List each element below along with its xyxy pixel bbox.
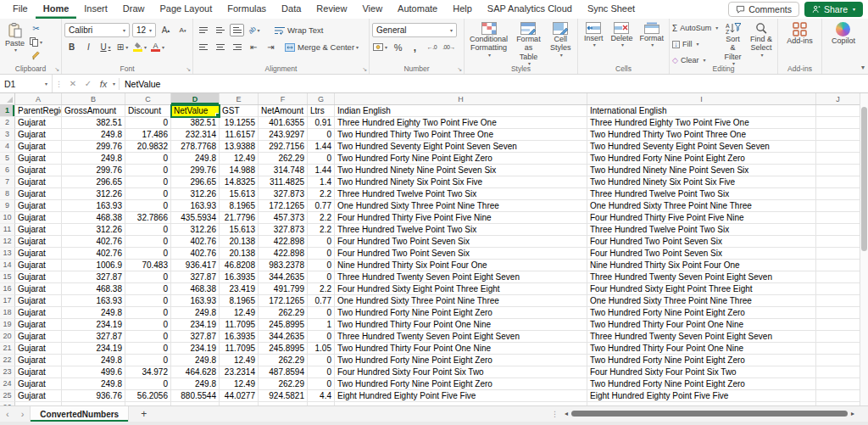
insert-cells-button[interactable]: Insert▾ (581, 21, 606, 63)
cell-E5[interactable]: 12.49 (220, 153, 259, 165)
cell-F22[interactable]: 262.29 (259, 355, 308, 366)
cell-E16[interactable]: 23.419 (220, 283, 259, 295)
cell-A13[interactable]: Gujarat (15, 248, 62, 260)
cell-G9[interactable]: 0.77 (308, 200, 335, 212)
cell-A4[interactable]: Gujarat (15, 141, 62, 153)
cell-G1[interactable]: Ltrs (308, 105, 335, 117)
collapse-ribbon-icon[interactable]: ▾ (861, 64, 865, 71)
row-header-16[interactable]: 16 (0, 283, 15, 295)
cell-I6[interactable]: Two Hundred Ninety Nine Point Seven Six (587, 165, 816, 176)
cell-B9[interactable]: 163.93 (62, 200, 125, 212)
align-center-button[interactable] (213, 41, 227, 53)
vertical-scrollbar-thumb[interactable] (861, 107, 867, 251)
cell-styles-button[interactable]: Cell Styles▾ (547, 21, 575, 67)
cell-H15[interactable]: Three Hundred Twenty Seven Point Eight S… (335, 271, 587, 283)
row-header-10[interactable]: 10 (0, 212, 15, 224)
cell-I11[interactable]: Three Hundred Twelve Point Two Six (587, 224, 816, 236)
cell-A24[interactable]: Gujarat (15, 378, 62, 390)
bold-button[interactable]: B (64, 41, 79, 53)
cell-I15[interactable]: Three Hundred Twenty Seven Point Eight S… (587, 271, 816, 283)
cell-E22[interactable]: 12.49 (220, 355, 259, 366)
cell-C19[interactable]: 0 (125, 319, 171, 331)
menu-tab-automate[interactable]: Automate (390, 0, 445, 19)
fill-button[interactable]: ↓Fill▾ (672, 38, 718, 50)
column-header-I[interactable]: I (587, 93, 816, 104)
cell-H13[interactable]: Four Hundred Two Point Seven Six (335, 248, 587, 260)
cell-B13[interactable]: 402.76 (62, 248, 125, 260)
cell-D22[interactable]: 249.8 (171, 355, 220, 366)
column-header-J[interactable]: J (816, 93, 860, 104)
cell-D8[interactable]: 312.26 (171, 188, 220, 200)
cell-B2[interactable]: 382.51 (62, 117, 125, 129)
cell-C10[interactable]: 32.7866 (125, 212, 171, 224)
cell-J10[interactable] (816, 212, 860, 224)
cell-E20[interactable]: 16.3935 (220, 331, 259, 343)
cell-F4[interactable]: 292.7156 (259, 141, 308, 153)
row-header-2[interactable]: 2 (0, 117, 15, 129)
select-all-corner[interactable] (0, 93, 15, 104)
cell-J6[interactable] (816, 165, 860, 176)
sheet-tab-convertednumbers[interactable]: ConvertedNumbers (30, 406, 129, 422)
horizontal-scrollbar[interactable]: ⋮ ◂ ▸ (551, 410, 856, 417)
fill-color-button[interactable]: ▾ (132, 41, 147, 53)
cell-B16[interactable]: 468.38 (62, 283, 125, 295)
row-header-4[interactable]: 4 (0, 141, 15, 153)
scroll-left-icon[interactable]: ◂ (563, 410, 570, 417)
cell-J15[interactable] (816, 271, 860, 283)
cell-J12[interactable] (816, 236, 860, 248)
cell-D3[interactable]: 232.314 (171, 129, 220, 141)
row-header-14[interactable]: 14 (0, 260, 15, 271)
cell-F18[interactable]: 262.29 (259, 307, 308, 319)
cell-C23[interactable]: 34.972 (125, 366, 171, 378)
formula-content[interactable]: NetValue (123, 79, 160, 89)
cell-J8[interactable] (816, 188, 860, 200)
cell-I19[interactable]: Two Hundred Thirty Four Point One Nine (587, 319, 816, 331)
row-header-5[interactable]: 5 (0, 153, 15, 165)
cell-A11[interactable]: Gujarat (15, 224, 62, 236)
sort-filter-button[interactable]: AZ Sort & Filter▾ (720, 21, 746, 67)
column-header-E[interactable]: E (220, 93, 259, 104)
alignment-dialog-launcher[interactable]: ↘ (362, 66, 367, 73)
cell-E3[interactable]: 11.6157 (220, 129, 259, 141)
underline-button[interactable]: U▾ (98, 41, 113, 53)
cell-J13[interactable] (816, 248, 860, 260)
cell-I12[interactable]: Four Hundred Two Point Seven Six (587, 236, 816, 248)
cell-J18[interactable] (816, 307, 860, 319)
cell-B12[interactable]: 402.76 (62, 236, 125, 248)
cell-H17[interactable]: One Hundred Sixty Three Point Nine Three (335, 295, 587, 307)
cell-G17[interactable]: 0.77 (308, 295, 335, 307)
cell-A3[interactable]: Gujarat (15, 129, 62, 141)
cell-I17[interactable]: One Hundred Sixty Three Point Nine Three (587, 295, 816, 307)
copy-button[interactable]: ▾ (29, 36, 43, 48)
cell-C4[interactable]: 20.9832 (125, 141, 171, 153)
cell-C24[interactable]: 0 (125, 378, 171, 390)
cell-G23[interactable]: 0 (308, 366, 335, 378)
cell-J11[interactable] (816, 224, 860, 236)
cell-H19[interactable]: Two Hundred Thirty Four Point One Nine (335, 319, 587, 331)
cell-H18[interactable]: Two Hundred Forty Nine Point Eight Zero (335, 307, 587, 319)
cell-I22[interactable]: Two Hundred Forty Nine Point Eight Zero (587, 355, 816, 366)
cell-F14[interactable]: 983.2378 (259, 260, 308, 271)
cell-I7[interactable]: Two Hundred Ninety Six Point Six Five (587, 176, 816, 188)
cell-D6[interactable]: 299.76 (171, 165, 220, 176)
cell-E13[interactable]: 20.138 (220, 248, 259, 260)
align-right-button[interactable] (230, 41, 244, 53)
cell-I20[interactable]: Three Hundred Twenty Seven Point Eight S… (587, 331, 816, 343)
cell-G10[interactable]: 2.2 (308, 212, 335, 224)
cell-B8[interactable]: 312.26 (62, 188, 125, 200)
font-size-select[interactable]: 12▾ (132, 23, 156, 37)
cell-C18[interactable]: 0 (125, 307, 171, 319)
cell-A25[interactable]: Gujarat (15, 390, 62, 402)
cell-D18[interactable]: 249.8 (171, 307, 220, 319)
share-button[interactable]: Share ▾ (804, 2, 863, 17)
cell-D19[interactable]: 234.19 (171, 319, 220, 331)
cell-J4[interactable] (816, 141, 860, 153)
cell-G15[interactable]: 0 (308, 271, 335, 283)
cell-G7[interactable]: 1.4 (308, 176, 335, 188)
cell-A9[interactable]: Gujarat (15, 200, 62, 212)
cell-D5[interactable]: 249.8 (171, 153, 220, 165)
increase-font-size-button[interactable]: A▴ (159, 24, 173, 36)
cell-B5[interactable]: 249.8 (62, 153, 125, 165)
cell-G21[interactable]: 1.05 (308, 343, 335, 355)
cell-I13[interactable]: Four Hundred Two Point Seven Six (587, 248, 816, 260)
